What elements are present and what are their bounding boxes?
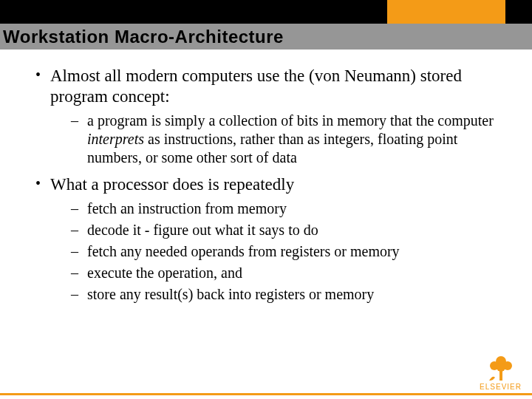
publisher-logo: ELSEVIER [480,352,522,391]
bullet-item: What a processor does is repeatedlyfetch… [30,174,510,304]
publisher-name: ELSEVIER [480,383,522,391]
slide-body: Almost all modern computers use the (von… [0,50,532,304]
svg-point-4 [497,363,505,372]
sub-item: fetch any needed operands from registers… [68,242,510,261]
sub-item: a program is simply a collection of bits… [68,112,510,167]
sub-item: store any result(s) back into registers … [68,285,510,304]
footer-line [0,393,532,395]
sub-item: fetch an instruction from memory [68,200,510,218]
svg-rect-0 [499,370,502,381]
bullet-text: What a processor does is repeatedly [50,175,294,194]
emphasis: interprets [87,131,144,147]
sub-item: decode it - figure out what it says to d… [68,221,510,239]
tree-icon [485,352,517,382]
bullet-item: Almost all modern computers use the (von… [30,66,510,167]
title-bar: Workstation Macro-Architecture [0,24,532,50]
sub-list: a program is simply a collection of bits… [50,112,510,167]
sub-item: execute the operation, and [68,264,510,282]
top-black-bar [0,0,532,24]
bullet-text: Almost all modern computers use the (von… [50,66,462,106]
sub-list: fetch an instruction from memorydecode i… [50,200,510,304]
bullet-list: Almost all modern computers use the (von… [30,66,510,304]
top-accent-block [387,0,505,24]
slide-title: Workstation Macro-Architecture [3,27,284,47]
footer: ELSEVIER [0,373,532,395]
